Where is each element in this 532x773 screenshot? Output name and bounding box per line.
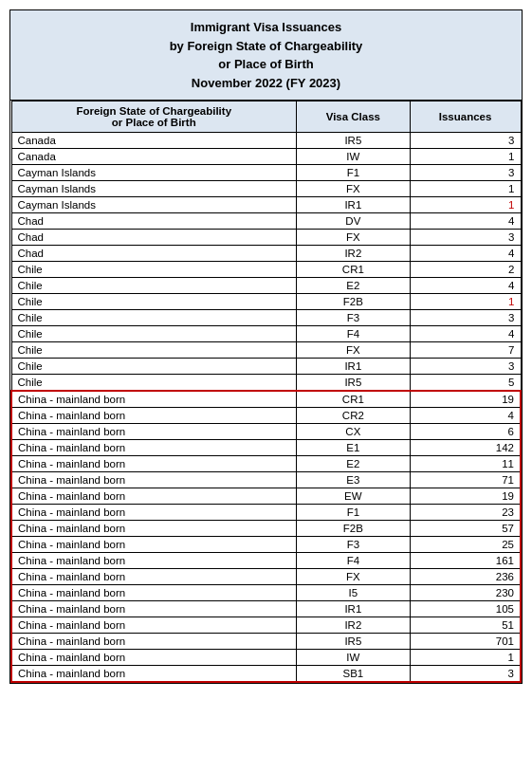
cell-visa: F2B: [297, 521, 411, 537]
cell-country: Chad: [11, 213, 297, 230]
cell-issuances: 230: [410, 585, 521, 601]
cell-country: Cayman Islands: [11, 165, 297, 181]
table-row: Cayman IslandsIR11: [11, 197, 521, 213]
table-row: China - mainland bornF4161: [11, 553, 521, 569]
cell-visa: IR1: [297, 359, 411, 375]
cell-visa: E2: [297, 456, 411, 472]
cell-country: Chad: [11, 246, 297, 262]
cell-visa: F4: [297, 326, 411, 342]
cell-visa: IR2: [297, 246, 411, 262]
cell-issuances: 3: [410, 165, 521, 181]
cell-issuances: 1: [410, 181, 521, 197]
cell-issuances: 5: [410, 375, 521, 392]
cell-country: China - mainland born: [11, 505, 297, 521]
cell-country: China - mainland born: [11, 666, 297, 683]
table-row: Cayman IslandsF13: [11, 165, 521, 181]
cell-visa: IR5: [297, 375, 411, 392]
cell-visa: E1: [297, 440, 411, 456]
cell-issuances: 161: [410, 553, 521, 569]
cell-country: China - mainland born: [11, 472, 297, 488]
cell-visa: FX: [297, 181, 411, 197]
cell-country: Chile: [11, 326, 297, 342]
cell-country: Canada: [11, 149, 297, 165]
table-row: ChileIR55: [11, 375, 521, 392]
table-row: China - mainland bornI5230: [11, 585, 521, 601]
cell-country: China - mainland born: [11, 391, 297, 408]
title-line1: Immigrant Visa Issuances: [191, 20, 341, 34]
cell-country: China - mainland born: [11, 569, 297, 585]
cell-visa: EW: [297, 488, 411, 505]
cell-visa: IR5: [297, 634, 411, 650]
cell-country: Chile: [11, 342, 297, 359]
title-line3: or Place of Birth: [218, 57, 313, 71]
cell-country: China - mainland born: [11, 601, 297, 617]
cell-country: China - mainland born: [11, 537, 297, 553]
table-row: ChileIR13: [11, 359, 521, 375]
table-row: China - mainland bornCR24: [11, 408, 521, 424]
cell-country: Cayman Islands: [11, 197, 297, 213]
cell-visa: CR1: [297, 262, 411, 278]
cell-issuances: 6: [410, 424, 521, 440]
cell-country: Cayman Islands: [11, 181, 297, 197]
cell-issuances: 4: [410, 213, 521, 230]
table-row: China - mainland bornIR1105: [11, 601, 521, 617]
table-row: China - mainland bornCX6: [11, 424, 521, 440]
cell-country: Chad: [11, 230, 297, 246]
cell-visa: IW: [297, 149, 411, 165]
table-row: ChileCR12: [11, 262, 521, 278]
cell-visa: F1: [297, 165, 411, 181]
table-row: China - mainland bornE1142: [11, 440, 521, 456]
table-row: ChadFX3: [11, 230, 521, 246]
cell-issuances: 57: [410, 521, 521, 537]
cell-issuances: 19: [410, 488, 521, 505]
cell-issuances: 3: [410, 359, 521, 375]
cell-issuances: 71: [410, 472, 521, 488]
table-row: China - mainland bornF123: [11, 505, 521, 521]
col-header-visa: Visa Class: [297, 101, 411, 133]
cell-country: Chile: [11, 310, 297, 326]
cell-visa: CR2: [297, 408, 411, 424]
cell-visa: IR2: [297, 617, 411, 634]
cell-visa: FX: [297, 230, 411, 246]
cell-country: China - mainland born: [11, 617, 297, 634]
cell-issuances: 1: [410, 650, 521, 666]
title-section: Immigrant Visa Issuances by Foreign Stat…: [10, 10, 522, 101]
cell-country: Canada: [11, 133, 297, 149]
cell-issuances: 701: [410, 634, 521, 650]
cell-visa: CX: [297, 424, 411, 440]
table-row: ChileF44: [11, 326, 521, 342]
cell-issuances: 3: [410, 310, 521, 326]
cell-visa: F1: [297, 505, 411, 521]
data-table: Foreign State of Chargeabilityor Place o…: [10, 101, 522, 683]
table-row: China - mainland bornIR5701: [11, 634, 521, 650]
cell-issuances: 1: [410, 149, 521, 165]
cell-issuances: 7: [410, 342, 521, 359]
table-row: ChileF2B1: [11, 294, 521, 310]
cell-visa: SB1: [297, 666, 411, 683]
cell-issuances: 4: [410, 246, 521, 262]
table-row: China - mainland bornE371: [11, 472, 521, 488]
cell-issuances: 51: [410, 617, 521, 634]
cell-country: China - mainland born: [11, 488, 297, 505]
table-row: ChadDV4: [11, 213, 521, 230]
cell-country: Chile: [11, 278, 297, 294]
cell-visa: E3: [297, 472, 411, 488]
table-row: China - mainland bornIW1: [11, 650, 521, 666]
cell-issuances: 1: [410, 197, 521, 213]
cell-visa: CR1: [297, 391, 411, 408]
table-row: China - mainland bornF2B57: [11, 521, 521, 537]
cell-issuances: 236: [410, 569, 521, 585]
cell-issuances: 4: [410, 408, 521, 424]
cell-visa: F4: [297, 553, 411, 569]
cell-visa: I5: [297, 585, 411, 601]
cell-issuances: 3: [410, 230, 521, 246]
cell-issuances: 2: [410, 262, 521, 278]
cell-visa: F2B: [297, 294, 411, 310]
cell-country: Chile: [11, 375, 297, 392]
table-row: ChileF33: [11, 310, 521, 326]
cell-issuances: 1: [410, 294, 521, 310]
cell-country: Chile: [11, 294, 297, 310]
table-row: ChadIR24: [11, 246, 521, 262]
col-header-issuances: Issuances: [410, 101, 521, 133]
cell-visa: IR1: [297, 197, 411, 213]
